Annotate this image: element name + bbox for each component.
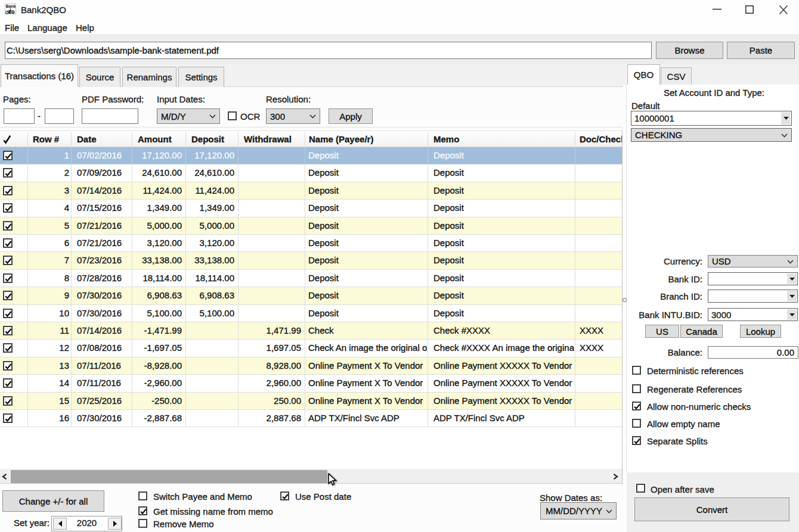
- svg-text:Bank: Bank: [6, 4, 16, 8]
